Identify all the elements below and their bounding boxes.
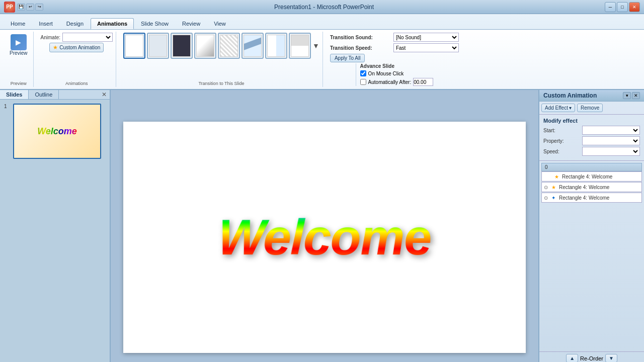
ribbon: Home Insert Design Animations Slide Show… [0,14,644,90]
property-row: Property: [543,136,640,145]
auto-after-row: Automatically After: [360,78,434,86]
maximize-btn[interactable]: □ [617,2,628,12]
clock-icon-2: ⊙ [544,195,548,201]
trans-speed-label: Transition Speed: [330,45,390,51]
anim-label-2: Rectangle 4: Welcome [559,195,639,201]
window-controls: ─ □ ✕ [605,2,640,12]
trans-speed-dropdown[interactable]: Fast [393,43,459,52]
ribbon-group-animations: Animate: ★ Custom Animation Animations [38,32,116,87]
app-logo: PP [4,2,15,13]
close-btn[interactable]: ✕ [629,2,640,12]
redo-btn[interactable]: ↪ [35,4,43,11]
modify-section: Modify effect Start: Property: Speed: [539,115,644,161]
start-label: Start: [543,128,571,133]
trans-inner-4 [196,35,214,57]
trans-thumb-3[interactable] [171,33,193,59]
star-icon-0: ★ [553,173,560,180]
trans-sound-dropdown[interactable]: [No Sound] [393,33,459,42]
add-effect-label: Add Effect [545,105,568,111]
mouse-click-label: On Mouse Click [368,71,404,76]
trans-thumb-2[interactable] [147,33,169,59]
custom-animation-btn[interactable]: ★ Custom Animation [49,43,104,52]
animate-dropdown[interactable] [62,33,113,42]
main-area: Slides Outline ✕ 1 Welcome Welcome Custo… [0,90,644,362]
panel-bottom: ▲ Re-Order ▼ ▶ Play ▬ Slide Show AutoPre… [539,351,644,362]
tab-review[interactable]: Review [176,18,207,29]
apply-all-btn[interactable]: Apply To All [330,54,365,62]
transition-options: Transition Sound: [No Sound] Transition … [330,33,459,62]
trans-thumb-1[interactable] [123,33,145,59]
custom-animation-panel: Custom Animation ▾ ✕ Add Effect ▾ Remove… [538,90,644,362]
star-icon-1: ★ [550,184,557,191]
start-row: Start: [543,126,640,135]
trans-thumb-4[interactable] [194,33,216,59]
tab-slides[interactable]: Slides [0,90,29,99]
undo-btn[interactable]: ↩ [26,4,34,11]
trans-inner-7 [267,35,285,57]
title-bar: PP 💾 ↩ ↪ Presentation1 - Microsoft Power… [0,0,644,14]
reorder-up-btn[interactable]: ▲ [566,354,578,362]
tab-slideshow[interactable]: Slide Show [134,18,175,29]
trans-scroll-down[interactable]: ▼ [312,42,319,50]
tab-view[interactable]: View [207,18,232,29]
slide-thumbnail[interactable]: Welcome [13,104,101,159]
trans-inner-3 [173,35,191,57]
panel-close-btn[interactable]: ✕ [632,92,640,99]
slides-tabs: Slides Outline ✕ [0,90,110,100]
close-panel-btn[interactable]: ✕ [99,90,110,99]
reorder-down-btn[interactable]: ▼ [605,354,617,362]
quick-access: 💾 ↩ ↪ [17,4,43,11]
animate-row: Animate: [41,33,113,42]
animations-group-label: Animations [65,81,88,86]
slide-thumb-text: Welcome [37,126,77,137]
ribbon-group-transitions: ▼ Transition to This Slide [120,32,323,87]
minimize-btn[interactable]: ─ [605,2,616,12]
auto-after-input[interactable] [413,78,433,86]
list-item[interactable]: ⊙ ★ Rectangle 4: Welcome [541,182,642,192]
remove-btn[interactable]: Remove [577,104,603,112]
panel-title: Custom Animation [543,92,597,99]
mouse-click-checkbox[interactable] [360,70,366,76]
trans-inner-8 [291,35,309,57]
tab-design[interactable]: Design [60,18,90,29]
list-item[interactable]: 1 Welcome [4,104,106,159]
trans-inner-2 [149,35,167,57]
animation-list: 0 ★ Rectangle 4: Welcome ⊙ ★ Rectangle 4… [539,161,644,351]
list-item[interactable]: ★ Rectangle 4: Welcome [541,171,642,182]
speed-dropdown[interactable] [582,147,640,156]
trans-thumb-5[interactable] [218,33,240,59]
canvas-area[interactable]: Welcome [111,90,538,362]
add-effect-btn[interactable]: Add Effect ▾ [541,104,575,112]
tab-home[interactable]: Home [4,18,32,29]
tab-insert[interactable]: Insert [32,18,59,29]
anim-label-1: Rectangle 4: Welcome [559,185,639,190]
auto-after-checkbox[interactable] [360,79,366,85]
speed-row: Speed: [543,147,640,156]
apply-all-row: Apply To All [330,54,459,62]
preview-btn[interactable]: ▶ Preview [7,33,30,57]
star-icon: ★ [53,44,58,51]
animate-label: Animate: [41,35,60,40]
property-dropdown[interactable] [582,136,640,145]
reorder-row: ▲ Re-Order ▼ [541,354,642,362]
list-item[interactable]: ⊙ ✦ Rectangle 4: Welcome [541,193,642,203]
speed-label: Speed: [543,149,571,154]
trans-sound-label: Transition Sound: [330,35,390,40]
panel-toolbar: Add Effect ▾ Remove [539,102,644,115]
anim-list-header: 0 [541,163,642,171]
trans-thumb-8[interactable] [289,33,311,59]
slide-canvas[interactable]: Welcome [123,122,526,353]
property-label: Property: [543,138,571,144]
trans-thumb-7[interactable] [265,33,287,59]
start-dropdown[interactable] [582,126,640,135]
ribbon-group-trans-options: Transition Sound: [No Sound] Transition … [327,32,462,87]
tab-outline[interactable]: Outline [29,90,59,99]
transition-group-label: Transition to This Slide [198,81,244,86]
tab-animations[interactable]: Animations [91,18,134,29]
save-icon[interactable]: 💾 [17,4,25,11]
panel-pin-btn[interactable]: ▾ [623,92,631,99]
slide-number: 1 [4,104,10,109]
ribbon-body: ▶ Preview Preview Animate: ★ Custom Anim… [0,29,644,89]
trans-inner-1 [125,35,143,57]
trans-thumb-6[interactable] [242,33,264,59]
